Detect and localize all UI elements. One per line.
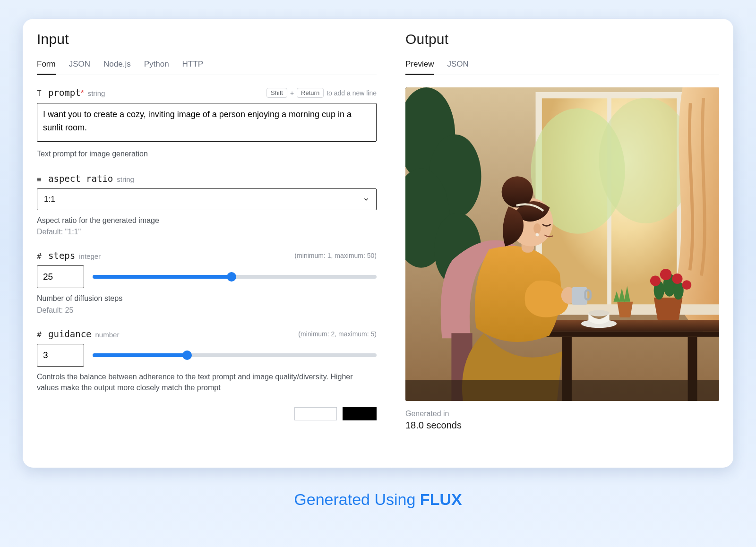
- steps-default: Default: 25: [37, 306, 377, 315]
- svg-point-16: [672, 274, 682, 284]
- input-title: Input: [37, 31, 377, 47]
- svg-point-14: [650, 275, 661, 286]
- slider-thumb-icon: [182, 350, 192, 360]
- tab-form-label: Form: [37, 60, 56, 68]
- aspect-ratio-select[interactable]: 1:1: [37, 188, 377, 210]
- input-pane: Input Form JSON Node.js Python HTTP T pr…: [23, 19, 391, 468]
- footer-prefix: Generated Using: [294, 490, 420, 508]
- svg-point-31: [536, 233, 539, 237]
- field-prompt: T prompt* string Shift + Return to add a…: [37, 87, 377, 159]
- prompt-label: prompt: [48, 87, 81, 98]
- tab-http[interactable]: HTTP: [182, 56, 203, 75]
- aspect-ratio-default: Default: "1:1": [37, 228, 377, 236]
- aspect-ratio-label: aspect_ratio: [48, 173, 113, 184]
- field-steps: # steps integer (minimum: 1, maximum: 50…: [37, 250, 377, 314]
- generated-image[interactable]: [405, 87, 719, 401]
- tab-json-label: JSON: [69, 60, 90, 68]
- tab-http-label: HTTP: [182, 60, 203, 68]
- guidance-range: (minimum: 2, maximum: 5): [298, 330, 377, 338]
- output-meta-value: 18.0 seconds: [405, 420, 719, 431]
- prompt-description: Text prompt for image generation: [37, 148, 377, 159]
- tab-python-label: Python: [144, 60, 169, 68]
- reset-button[interactable]: [294, 407, 337, 420]
- chevron-down-icon: [363, 196, 369, 203]
- required-marker: *: [81, 88, 84, 98]
- guidance-type: number: [95, 331, 120, 339]
- form-actions: [37, 407, 377, 420]
- output-pane: Output Preview JSON: [391, 19, 733, 468]
- svg-point-5: [599, 98, 693, 223]
- tab-preview-label: Preview: [405, 60, 434, 68]
- steps-slider[interactable]: [93, 269, 377, 284]
- aspect-ratio-description: Aspect ratio for the generated image: [37, 215, 377, 226]
- footer-caption: Generated Using FLUX: [23, 490, 733, 509]
- svg-point-23: [588, 310, 609, 316]
- hint-suffix: to add a new line: [326, 89, 377, 97]
- output-tabs: Preview JSON: [405, 56, 719, 75]
- tab-nodejs[interactable]: Node.js: [103, 56, 131, 75]
- svg-point-30: [533, 223, 541, 234]
- hint-key-return: Return: [297, 88, 324, 98]
- number-type-icon: #: [37, 330, 44, 339]
- tab-form[interactable]: Form: [37, 56, 56, 75]
- footer-brand: FLUX: [420, 490, 462, 508]
- svg-point-29: [502, 176, 533, 207]
- output-meta-label: Generated in: [405, 410, 719, 418]
- steps-label: steps: [48, 250, 75, 261]
- tab-preview[interactable]: Preview: [405, 56, 434, 75]
- hint-key-shift: Shift: [266, 88, 287, 98]
- prompt-newline-hint: Shift + Return to add a new line: [266, 88, 377, 98]
- tab-nodejs-label: Node.js: [103, 60, 131, 68]
- svg-point-17: [682, 280, 691, 290]
- field-guidance: # guidance number (minimum: 2, maximum: …: [37, 329, 377, 393]
- tab-python[interactable]: Python: [144, 56, 169, 75]
- svg-rect-32: [405, 380, 719, 401]
- slider-thumb-icon: [227, 272, 236, 282]
- output-title: Output: [405, 31, 719, 47]
- guidance-input[interactable]: [37, 344, 84, 367]
- tab-json[interactable]: JSON: [69, 56, 90, 75]
- number-type-icon: #: [37, 252, 44, 261]
- run-button[interactable]: [343, 407, 377, 420]
- enum-type-icon: ≡: [37, 175, 44, 184]
- guidance-description: Controls the balance between adherence t…: [37, 371, 377, 393]
- prompt-input[interactable]: [37, 103, 377, 142]
- svg-rect-19: [536, 332, 719, 337]
- aspect-ratio-type: string: [117, 175, 134, 183]
- tab-output-json-label: JSON: [447, 60, 468, 68]
- steps-range: (minimum: 1, maximum: 50): [295, 252, 377, 259]
- svg-point-15: [660, 269, 671, 280]
- aspect-ratio-value: 1:1: [44, 195, 55, 204]
- input-tabs: Form JSON Node.js Python HTTP: [37, 56, 377, 75]
- tab-output-json[interactable]: JSON: [447, 56, 468, 75]
- playground-card: Input Form JSON Node.js Python HTTP T pr…: [23, 19, 733, 468]
- steps-input[interactable]: [37, 265, 84, 288]
- guidance-label: guidance: [48, 329, 92, 339]
- steps-type: integer: [79, 252, 101, 260]
- text-type-icon: T: [37, 89, 44, 98]
- svg-rect-18: [536, 320, 719, 331]
- prompt-type: string: [88, 89, 105, 97]
- guidance-slider[interactable]: [93, 348, 377, 363]
- generated-image-svg: [405, 87, 719, 401]
- field-aspect-ratio: ≡ aspect_ratio string 1:1 Aspect ratio f…: [37, 173, 377, 236]
- steps-description: Number of diffusion steps: [37, 293, 377, 304]
